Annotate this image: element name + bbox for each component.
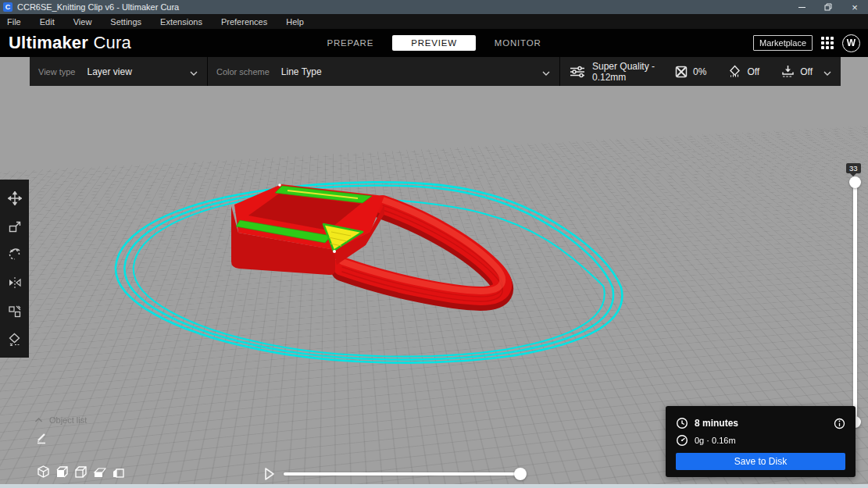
- app-header: Ultimaker Cura PREPARE PREVIEW MONITOR M…: [0, 29, 868, 57]
- view-type-label: View type: [38, 67, 76, 77]
- menu-help[interactable]: Help: [277, 14, 313, 29]
- marketplace-button[interactable]: Marketplace: [753, 35, 813, 51]
- tab-preview[interactable]: PREVIEW: [392, 35, 476, 51]
- view-type-value: Layer view: [88, 66, 132, 77]
- mirror-tool-button[interactable]: [0, 269, 29, 297]
- color-scheme-dropdown[interactable]: Color scheme Line Type: [207, 57, 559, 86]
- account-avatar[interactable]: W: [842, 34, 860, 52]
- app-icon: C: [3, 2, 13, 12]
- menu-settings[interactable]: Settings: [101, 14, 151, 29]
- print-settings-panel[interactable]: Super Quality - 0.12mm 0% Off Off: [559, 57, 841, 86]
- menu-bar: File Edit View Settings Extensions Prefe…: [0, 14, 868, 29]
- sliders-icon: [570, 66, 585, 78]
- infill-value: 0%: [693, 66, 706, 77]
- rotate-tool-button[interactable]: [0, 240, 29, 269]
- menu-file[interactable]: File: [0, 14, 30, 29]
- per-model-settings-icon: [8, 305, 21, 318]
- info-icon[interactable]: [834, 418, 845, 429]
- adhesion-icon: [781, 65, 795, 78]
- edit-pencil-icon[interactable]: [36, 433, 48, 447]
- window-title: CCR6SE_Knitting Clip v6 - Ultimaker Cura: [17, 2, 179, 12]
- simulation-timeline: [258, 463, 539, 486]
- maximize-button[interactable]: [815, 0, 841, 14]
- adhesion-value: Off: [800, 66, 813, 77]
- minimize-icon: [798, 7, 805, 8]
- cura-window: C CCR6SE_Knitting Clip v6 - Ultimaker Cu…: [0, 0, 868, 488]
- menu-edit[interactable]: Edit: [30, 14, 64, 29]
- layer-slider-upper-handle[interactable]: [849, 176, 861, 188]
- current-layer-badge: 33: [846, 163, 861, 173]
- chevron-down-icon: [542, 65, 550, 79]
- restore-icon: [824, 3, 832, 11]
- scale-icon: [8, 220, 21, 233]
- rotate-icon: [8, 248, 22, 262]
- minimize-button[interactable]: [788, 0, 815, 14]
- camera-view-presets: [37, 465, 125, 479]
- mirror-icon: [8, 276, 22, 289]
- layer-slider-track[interactable]: [853, 182, 857, 422]
- infill-icon: [675, 66, 688, 78]
- chevron-up-icon: [34, 418, 43, 422]
- material-estimate: 0g · 0.16m: [695, 436, 736, 445]
- move-tool-button[interactable]: [0, 184, 29, 212]
- close-button[interactable]: ×: [841, 0, 868, 14]
- close-icon: ×: [852, 2, 858, 12]
- left-toolbar: [0, 180, 29, 358]
- object-list-label: Object list: [49, 415, 87, 425]
- view-3d-icon[interactable]: [37, 465, 50, 479]
- color-scheme-label: Color scheme: [216, 67, 270, 77]
- app-logo: Ultimaker Cura: [9, 33, 131, 53]
- clock-icon: [676, 417, 688, 429]
- chevron-down-icon: [190, 65, 198, 79]
- timeline-track[interactable]: [284, 472, 520, 476]
- title-bar: C CCR6SE_Knitting Clip v6 - Ultimaker Cu…: [0, 0, 868, 14]
- material-icon: [676, 434, 688, 447]
- menu-preferences[interactable]: Preferences: [212, 14, 277, 29]
- applications-grid-icon[interactable]: [821, 37, 834, 49]
- view-right-icon[interactable]: [112, 465, 125, 479]
- support-value: Off: [747, 66, 759, 77]
- profile-summary: Super Quality - 0.12mm: [592, 61, 666, 83]
- logo-light: Cura: [93, 33, 131, 52]
- save-to-disk-button[interactable]: Save to Disk: [676, 453, 845, 470]
- model-knitting-clip[interactable]: [231, 183, 502, 301]
- menu-view[interactable]: View: [64, 14, 102, 29]
- chevron-down-icon: [823, 65, 831, 79]
- per-model-settings-button[interactable]: [0, 297, 29, 325]
- support-icon: [728, 65, 741, 78]
- move-icon: [8, 191, 22, 205]
- layer-range-slider: 33: [844, 159, 867, 432]
- support-blocker-icon: [8, 333, 21, 346]
- menu-extensions[interactable]: Extensions: [151, 14, 212, 29]
- scale-tool-button[interactable]: [0, 212, 29, 240]
- print-action-panel: 8 minutes 0g · 0.16m Save to Disk: [666, 406, 855, 477]
- view-type-dropdown[interactable]: View type Layer view: [30, 57, 207, 86]
- viewport-3d: Object list: [0, 57, 868, 488]
- play-button[interactable]: [263, 467, 276, 484]
- color-scheme-value: Line Type: [281, 66, 322, 77]
- logo-bold: Ultimaker: [9, 33, 88, 52]
- support-blocker-button[interactable]: [0, 325, 29, 353]
- object-list-toggle[interactable]: Object list: [34, 415, 87, 425]
- view-front-icon[interactable]: [55, 465, 69, 479]
- view-top-icon[interactable]: [74, 465, 88, 479]
- view-left-icon[interactable]: [93, 465, 106, 479]
- tab-prepare[interactable]: PREPARE: [311, 35, 389, 51]
- timeline-handle[interactable]: [514, 468, 527, 480]
- tab-monitor[interactable]: MONITOR: [479, 35, 557, 51]
- stage-tabs: PREPARE PREVIEW MONITOR: [311, 29, 556, 57]
- time-estimate: 8 minutes: [695, 418, 738, 429]
